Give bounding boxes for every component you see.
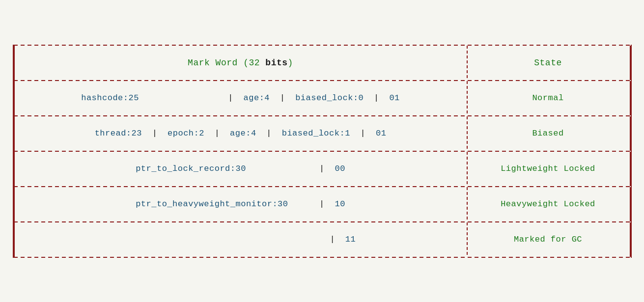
header-state: State <box>467 51 630 75</box>
row-biased: thread:23 | epoch:2 | age:4 | biased_loc… <box>14 116 631 151</box>
cell-lightweight-main: ptr_to_lock_record:30 | 00 <box>15 157 467 181</box>
cell-heavyweight-state: Heavyweight Locked <box>467 192 630 216</box>
cell-lightweight-state: Lightweight Locked <box>467 157 630 181</box>
header-bits: bits <box>265 58 287 68</box>
cell-normal-main: hashcode:25 | age:4 | biased_lock:0 | 01 <box>15 86 467 110</box>
row-lightweight: ptr_to_lock_record:30 | 00 Lightweight L… <box>14 152 631 186</box>
cell-biased-main: thread:23 | epoch:2 | age:4 | biased_loc… <box>15 121 467 145</box>
header-row: Mark Word (32 bits) State <box>14 46 631 80</box>
cell-biased-state: Biased <box>467 121 630 145</box>
row-normal: hashcode:25 | age:4 | biased_lock:0 | 01… <box>14 81 631 115</box>
mark-word-table: Mark Word (32 bits) State hashcode:25 | … <box>13 45 632 258</box>
row-gc: | 11 Marked for GC <box>14 222 631 257</box>
bottom-border <box>14 257 631 258</box>
cell-gc-state: Marked for GC <box>467 227 630 251</box>
header-markword-label: Mark Word (32 <box>188 58 265 68</box>
header-markword: Mark Word (32 bits) <box>15 51 467 75</box>
row-heavyweight: ptr_to_heavyweight_monitor:30 | 10 Heavy… <box>14 187 631 221</box>
cell-heavyweight-main: ptr_to_heavyweight_monitor:30 | 10 <box>15 192 467 216</box>
cell-gc-main: | 11 <box>15 227 467 251</box>
cell-normal-state: Normal <box>467 86 630 110</box>
